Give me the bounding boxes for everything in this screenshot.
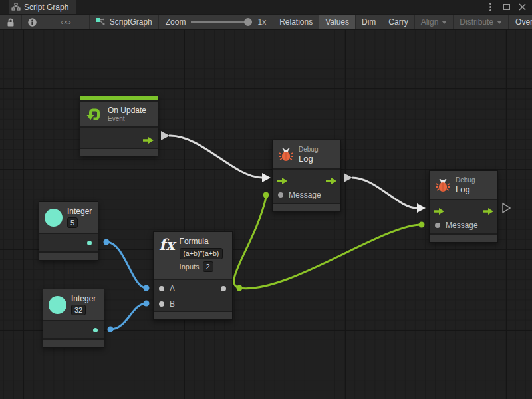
inputs-label: Inputs — [180, 263, 200, 271]
node-integer-5[interactable]: Integer 5 — [39, 201, 98, 261]
flow-output-port[interactable] — [483, 205, 493, 217]
window-menu-icon[interactable] — [485, 3, 495, 12]
unconnected-flow-triangle[interactable] — [503, 203, 510, 213]
flow-input-port[interactable] — [277, 175, 287, 187]
align-dropdown[interactable]: Align — [415, 15, 454, 29]
wire-integer32-to-b[interactable] — [110, 303, 146, 329]
dim-toggle[interactable]: Dim — [356, 15, 382, 29]
input-port-b[interactable] — [159, 301, 164, 307]
node-category: Debug — [299, 146, 318, 154]
formula-expression-field[interactable]: (a+b)*(a+b) — [180, 248, 223, 259]
tab-title: Script Graph — [24, 3, 68, 12]
values-label: Values — [325, 17, 349, 27]
code-view-button[interactable]: ‹×› — [43, 15, 90, 29]
value-wire-endpoint — [144, 301, 150, 307]
node-footer — [273, 204, 340, 211]
graph-name: ScriptGraph — [110, 17, 152, 27]
tab-bar-spacer — [0, 0, 9, 14]
script-graph-window: Script Graph ‹×› — [0, 0, 532, 399]
value-output-port[interactable] — [93, 328, 98, 332]
node-title: Formula — [180, 237, 223, 246]
event-accent-bar — [80, 96, 158, 100]
tab-script-graph[interactable]: Script Graph — [9, 0, 76, 14]
zoom-slider-handle[interactable] — [244, 18, 252, 26]
value-output-port[interactable] — [87, 241, 92, 245]
integer-value-field[interactable]: 5 — [67, 217, 78, 228]
wire-flow-1[interactable] — [169, 136, 262, 178]
debug-bug-icon — [278, 146, 294, 162]
integer-icon — [45, 209, 63, 227]
message-label: Message — [289, 190, 321, 200]
flow-arrowhead — [417, 203, 426, 213]
flow-source-triangle[interactable] — [344, 173, 352, 182]
inputs-count-field[interactable]: 2 — [203, 261, 213, 272]
value-wire-endpoint — [108, 327, 114, 332]
zoom-slider[interactable] — [191, 17, 252, 27]
flow-input-port[interactable] — [434, 205, 444, 217]
overview-button[interactable]: Overview — [509, 15, 532, 29]
wire-integer5-to-a[interactable] — [106, 242, 146, 288]
node-footer — [43, 340, 104, 347]
graph-canvas[interactable]: On Update Event Integer 5 — [0, 30, 532, 399]
message-row: Message — [430, 217, 497, 233]
value-wire-endpoint — [263, 192, 269, 198]
node-title: Integer — [71, 294, 96, 303]
graph-toolbar: ‹×› ScriptGraph Zoom 1x Relations Values… — [0, 15, 532, 30]
message-row: Message — [273, 187, 340, 203]
node-debug-log-2[interactable]: Debug Log Message — [429, 170, 498, 243]
node-footer — [80, 149, 158, 156]
dim-label: Dim — [362, 17, 376, 27]
integer-value-field[interactable]: 32 — [71, 305, 86, 315]
node-debug-log-1[interactable]: Debug Log Message — [272, 140, 341, 212]
flow-arrowhead — [262, 173, 271, 182]
flow-source-triangle[interactable] — [161, 131, 170, 140]
node-on-update[interactable]: On Update Event — [80, 96, 158, 156]
carry-toggle[interactable]: Carry — [382, 15, 414, 29]
tab-bar-right — [76, 0, 532, 14]
debug-bug-icon — [435, 177, 451, 193]
node-category: Debug — [456, 176, 475, 184]
values-toggle[interactable]: Values — [319, 15, 356, 29]
node-integer-32[interactable]: Integer 32 — [43, 289, 104, 348]
lock-button[interactable] — [0, 15, 22, 29]
flow-output-port[interactable] — [143, 134, 154, 146]
info-icon — [27, 17, 37, 27]
graph-hierarchy-icon — [11, 3, 21, 11]
zoom-slider-track — [191, 21, 252, 23]
message-label: Message — [446, 221, 478, 230]
zoom-control: Zoom 1x — [159, 15, 273, 29]
node-title: On Update — [108, 106, 146, 115]
caret-down-icon — [497, 21, 502, 24]
value-wire-endpoint — [237, 285, 243, 291]
port-row-b: B — [154, 297, 232, 311]
node-footer — [154, 312, 232, 319]
info-button[interactable] — [22, 15, 43, 29]
port-row-a: A — [154, 280, 232, 297]
maximize-icon[interactable] — [501, 3, 511, 12]
relations-label: Relations — [279, 17, 313, 27]
loop-arrow-icon — [86, 106, 103, 123]
distribute-dropdown[interactable]: Distribute — [454, 15, 509, 29]
wire-value-to-debug2[interactable] — [239, 225, 422, 289]
value-wire-endpoint — [419, 222, 425, 228]
close-icon[interactable] — [517, 3, 527, 12]
flow-row — [273, 170, 340, 187]
node-footer — [430, 235, 497, 242]
carry-label: Carry — [388, 17, 408, 27]
node-formula[interactable]: fx Formula (a+b)*(a+b) Inputs 2 A — [153, 231, 233, 320]
wire-value-to-debug1[interactable] — [234, 198, 266, 288]
value-output-port[interactable] — [221, 286, 226, 291]
value-wire-endpoint — [104, 239, 110, 245]
formula-fx-icon: fx — [159, 237, 175, 252]
relations-toggle[interactable]: Relations — [273, 15, 319, 29]
message-input-port[interactable] — [435, 223, 440, 228]
input-port-a[interactable] — [159, 286, 164, 291]
port-a-label: A — [170, 284, 175, 293]
wire-flow-2[interactable] — [352, 178, 417, 208]
flow-output-port[interactable] — [326, 175, 336, 187]
zoom-value: 1x — [257, 17, 266, 27]
value-wire-endpoint — [144, 285, 150, 291]
graph-asset-button[interactable]: ScriptGraph — [90, 15, 159, 29]
flow-row — [430, 200, 497, 217]
message-input-port[interactable] — [278, 192, 283, 198]
